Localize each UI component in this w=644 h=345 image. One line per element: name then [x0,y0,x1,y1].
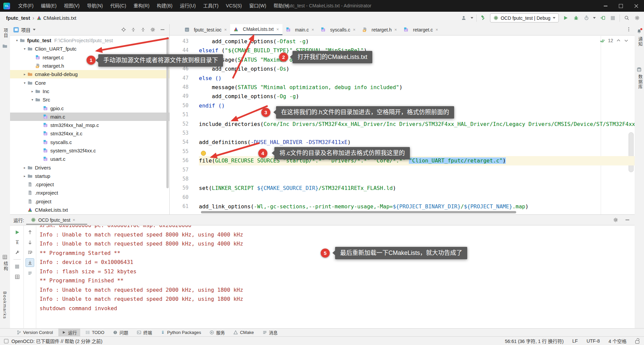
notifications-bell-icon[interactable] [637,29,642,34]
menu-item[interactable]: 代码(C) [107,0,130,12]
profile-button[interactable] [583,14,590,22]
tree-scrollbar[interactable] [166,37,169,188]
code-line-60[interactable] [199,193,635,202]
tree-item-syscalls.c[interactable]: Csyscalls.c [10,138,169,146]
tree-item-Clion_UART_fputc[interactable]: ▾Clion_UART_fputc [10,45,169,53]
code-line-58[interactable] [199,175,635,184]
tree-item-CMakeLists.txt[interactable]: CMakeLists.txt [10,206,169,214]
chevron-right-icon[interactable]: ▸ [22,174,28,178]
tree-item-stm32f4xx_hal_msp.c[interactable]: Cstm32f4xx_hal_msp.c [10,121,169,129]
stop-button[interactable] [609,14,616,22]
close-tab-icon[interactable]: × [312,27,314,32]
tab-fputc_test.ioc[interactable]: iocfputc_test.ioc× [181,24,230,35]
caret-position[interactable]: 56:61 (36 字符, 1 行 换行符) [505,338,564,344]
line-separator[interactable]: LF [572,338,578,344]
code-line-46[interactable]: add_compile_options(-Os) [199,64,635,73]
code-line-51[interactable] [199,110,635,119]
code-line-47[interactable]: else () [199,74,635,83]
close-tab-icon[interactable]: × [436,27,438,32]
toolwindow-button-问题[interactable]: 问题 [110,329,131,336]
up-stack-icon[interactable] [26,228,34,236]
console-output[interactable]: xPSR: 0x01000000 pc: 0x0800170c msp: 0x2… [40,225,631,313]
toolwindow-button-终端[interactable]: 终端 [133,329,155,336]
debug-button[interactable] [572,14,580,22]
close-tab-icon[interactable]: × [224,27,227,32]
menu-item[interactable]: 重构(R) [130,0,153,12]
run-button[interactable] [562,14,569,22]
tree-item-.cproject[interactable]: .cproject [10,180,169,189]
code-line-45[interactable]: message(STATUS "Maximum optimization for… [199,55,635,64]
code-line-48[interactable]: message(STATUS "Minimal optimization, de… [199,83,635,92]
code-area[interactable]: 12 43 add_compile_options(-Ofast -g)44el… [170,35,635,214]
tree-item-usart.c[interactable]: Cusart.c [10,155,169,163]
user-account-icon[interactable] [460,14,468,22]
menu-item[interactable]: 编辑(E) [37,0,60,12]
soft-wrap-icon[interactable] [26,248,34,256]
code-line-55[interactable] [199,147,635,156]
tree-item-retarget.h[interactable]: Hretarget.h [10,62,169,70]
hide-run-icon[interactable] [625,217,630,222]
code-line-56[interactable]: file(GLOB_RECURSE SOURCES "startup/*.*" … [199,156,635,165]
readonly-lock-icon[interactable] [635,340,639,344]
chevron-down-icon[interactable] [471,17,473,19]
close-tab-icon[interactable]: × [394,27,397,32]
editor-horizontal-scrollbar[interactable] [201,211,516,213]
close-tab-icon[interactable]: × [353,27,356,32]
tool-strip-database[interactable]: 数据库 [637,74,643,89]
tree-item-Drivers[interactable]: ▸Drivers [10,163,169,171]
chevron-right-icon[interactable]: ▸ [22,72,28,76]
code-line-50[interactable]: endif () [199,101,635,110]
toolwindow-button-Version Control[interactable]: Version Control [13,329,56,336]
menu-item[interactable]: 导航(N) [83,0,106,12]
tree-item-retarget.c[interactable]: Cretarget.c [10,53,169,62]
toolwindow-button-消息[interactable]: 消息 [259,329,281,336]
tab-CMakeLists.txt[interactable]: CMakeLists.txt× [230,24,282,35]
code-line-59[interactable]: set(LINKER_SCRIPT ${CMAKE_SOURCE_DIR}/ST… [199,184,635,193]
chevron-down-icon[interactable]: ▾ [22,81,28,85]
close-button[interactable] [629,0,644,12]
tree-item-startup[interactable]: ▸startup [10,172,169,180]
code-line-52[interactable]: include_directories(Core/Inc Drivers/STM… [199,120,635,129]
chevron-down-icon[interactable]: ▾ [22,47,28,51]
code-line-57[interactable] [199,165,635,175]
tree-item-Src[interactable]: ▾Src [10,95,169,104]
menu-item[interactable]: 文件(F) [14,0,37,12]
tool-strip-structure[interactable]: 结构 [2,261,9,271]
print-console-icon[interactable] [26,269,34,277]
tree-item-system_stm32f4xx.c[interactable]: Csystem_stm32f4xx.c [10,146,169,155]
expand-all-icon[interactable] [129,26,137,33]
tree-item-gpio.c[interactable]: Cgpio.c [10,104,169,112]
status-message[interactable]: OpenOCD: 已下载固件 // 帮助 (2 分钟 之前) [11,338,102,344]
tool-strip-project[interactable]: 项目 [2,28,9,38]
toolwindow-button-CMake[interactable]: CMake [230,329,257,336]
scroll-to-end-icon[interactable] [25,258,34,267]
chevron-down-icon[interactable]: ▾ [14,39,20,42]
toolwindow-button-服务[interactable]: 服务 [206,329,228,336]
run-configuration-select[interactable]: OCD fputc_test | Debug [490,13,559,22]
menu-item[interactable]: 工具(T) [200,0,222,12]
run-settings-icon[interactable] [613,217,618,222]
chevron-right-icon[interactable]: ▸ [30,89,35,93]
minimize-button[interactable] [598,0,613,12]
select-opened-file-icon[interactable] [120,26,127,33]
tree-item-Inc[interactable]: ▸Inc [10,87,169,95]
database-icon[interactable] [637,67,642,72]
toolwindow-button-TODO[interactable]: TODO [82,329,108,336]
chevron-right-icon[interactable]: ▸ [22,166,28,169]
menu-item[interactable]: 视图(V) [60,0,84,12]
code-line-61[interactable]: add_link_options(-Wl,-gc-sections,--prin… [199,202,635,211]
tree-item-main.c[interactable]: Cmain.c [10,113,169,121]
down-stack-icon[interactable] [26,238,34,246]
tree-item-fputc_test[interactable]: ▾fputc_testF:\ClionProjects\fputc_test [10,36,169,45]
code-line-44[interactable]: elseif ("${CMAKE_BUILD_TYPE}" STREQUAL "… [199,46,635,55]
build-button[interactable] [480,14,487,22]
project-panel-title[interactable]: 项目 [21,26,31,33]
layout-icon[interactable] [13,273,21,281]
tab-retarget.c[interactable]: Cretarget.c× [400,24,441,35]
close-icon[interactable]: × [73,217,75,222]
hide-panel-icon[interactable] [159,26,166,33]
stop-console-button[interactable] [13,263,21,271]
toolwindow-button-运行[interactable]: 运行 [58,329,80,336]
tab-syscalls.c[interactable]: Csyscalls.c× [317,24,359,35]
search-everywhere-button[interactable] [623,14,630,22]
